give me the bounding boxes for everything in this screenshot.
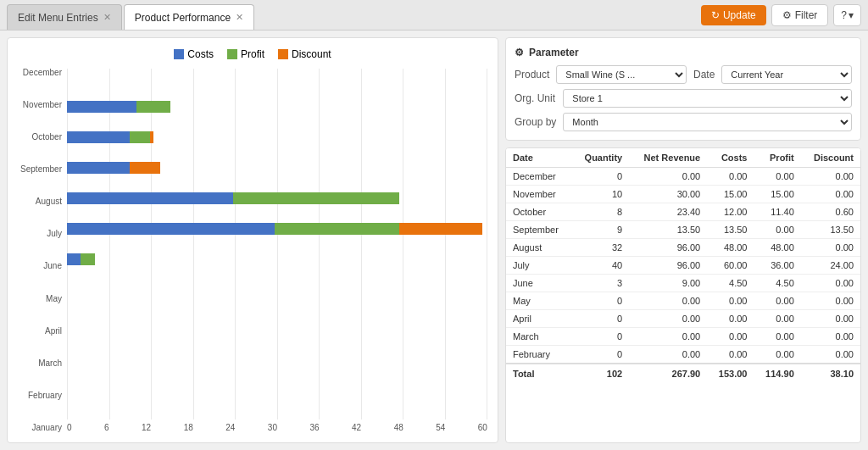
bar-row xyxy=(67,313,487,328)
y-label: March xyxy=(18,359,62,368)
bar-row xyxy=(67,130,487,145)
help-button[interactable]: ? ▾ xyxy=(833,4,861,26)
x-label: 42 xyxy=(352,423,361,432)
table-row: July4096.0060.0036.0024.00 xyxy=(506,257,860,275)
chart-area: DecemberNovemberOctoberSeptemberAugustJu… xyxy=(18,69,487,432)
bar-row xyxy=(67,191,487,206)
table-cell-revenue: 0.00 xyxy=(629,346,707,364)
table-cell-revenue: 96.00 xyxy=(629,239,707,257)
table-panel: Date Quantity Net Revenue Costs Profit D… xyxy=(505,147,861,443)
table-row: February00.000.000.000.00 xyxy=(506,346,860,364)
table-total-row: Total102267.90153.00114.9038.10 xyxy=(506,364,860,383)
grid-line xyxy=(67,69,68,419)
bar-row xyxy=(67,221,487,236)
y-label: May xyxy=(18,295,62,303)
grid-line xyxy=(403,69,403,419)
product-select[interactable]: Small Wine (S ... xyxy=(556,65,687,84)
bar-seg-profit xyxy=(136,101,171,113)
table-total-cell-4: 114.90 xyxy=(754,364,800,383)
table-cell-discount: 0.00 xyxy=(801,275,860,292)
table-cell-discount: 0.00 xyxy=(801,346,860,364)
table-cell-date: September xyxy=(506,221,572,239)
param-row2: Org. Unit Store 1 Group by Month xyxy=(515,89,852,131)
tab-bar: Edit Menu Entries ✕ Product Performance … xyxy=(0,0,868,31)
grid-line xyxy=(361,69,362,419)
tab-product-performance-label: Product Performance xyxy=(135,12,231,24)
x-label: 30 xyxy=(268,423,277,432)
table-cell-date: December xyxy=(506,168,572,186)
tab-product-performance[interactable]: Product Performance ✕ xyxy=(124,4,254,30)
y-label: August xyxy=(18,197,62,206)
table-total-cell-0: Total xyxy=(506,364,572,383)
x-label: 60 xyxy=(478,423,487,432)
table-cell-profit: 0.00 xyxy=(754,292,800,310)
bar-seg-costs xyxy=(67,162,130,174)
table-cell-costs: 12.00 xyxy=(707,203,754,221)
update-button[interactable]: ↻ Update xyxy=(701,5,766,25)
table-cell-profit: 0.00 xyxy=(754,346,800,364)
col-quantity: Quantity xyxy=(572,148,629,168)
tab-product-performance-close[interactable]: ✕ xyxy=(236,12,243,23)
table-cell-profit: 0.00 xyxy=(754,168,800,186)
costs-color-dot xyxy=(174,49,184,59)
table-cell-profit: 0.00 xyxy=(754,310,800,328)
discount-color-dot xyxy=(278,49,288,59)
bar-seg-profit xyxy=(81,253,94,265)
x-label: 54 xyxy=(436,423,445,432)
bar-segments xyxy=(67,253,95,265)
y-label: January xyxy=(18,424,62,432)
table-total-cell-2: 267.90 xyxy=(629,364,707,383)
orgunit-select[interactable]: Store 1 xyxy=(563,89,852,108)
table-cell-qty: 32 xyxy=(572,239,629,257)
groupby-select[interactable]: Month xyxy=(563,113,852,131)
col-date: Date xyxy=(506,148,572,168)
bar-row xyxy=(67,282,487,297)
y-label: September xyxy=(18,165,62,174)
table-cell-profit: 36.00 xyxy=(754,257,800,275)
table-cell-date: March xyxy=(506,328,572,346)
table-cell-date: November xyxy=(506,186,572,203)
table-cell-costs: 48.00 xyxy=(707,239,754,257)
tab-edit-menu[interactable]: Edit Menu Entries ✕ xyxy=(7,4,122,30)
help-label: ? xyxy=(841,9,847,21)
bar-segments xyxy=(67,223,482,235)
bar-row xyxy=(67,69,487,84)
table-cell-discount: 0.00 xyxy=(801,168,860,186)
table-cell-qty: 0 xyxy=(572,328,629,346)
table-cell-qty: 8 xyxy=(572,203,629,221)
table-cell-discount: 24.00 xyxy=(801,257,860,275)
bar-row xyxy=(67,252,487,267)
y-label: February xyxy=(18,392,62,400)
table-cell-date: June xyxy=(506,275,572,292)
bar-segments xyxy=(67,101,170,113)
table-cell-qty: 3 xyxy=(572,275,629,292)
table-cell-qty: 10 xyxy=(572,186,629,203)
filter-button[interactable]: ⚙ Filter xyxy=(771,4,829,26)
chevron-down-icon: ▾ xyxy=(849,9,854,21)
col-net-revenue: Net Revenue xyxy=(629,148,707,168)
table-scroll[interactable]: Date Quantity Net Revenue Costs Profit D… xyxy=(506,148,860,442)
table-cell-qty: 40 xyxy=(572,257,629,275)
groupby-label: Group by xyxy=(515,116,556,128)
table-row: December00.000.000.000.00 xyxy=(506,168,860,186)
table-cell-revenue: 9.00 xyxy=(629,275,707,292)
data-table: Date Quantity Net Revenue Costs Profit D… xyxy=(506,148,860,383)
tab-edit-menu-close[interactable]: ✕ xyxy=(103,12,111,23)
param-title-text: Parameter xyxy=(529,47,579,58)
table-cell-discount: 0.00 xyxy=(801,310,860,328)
bar-seg-profit xyxy=(233,192,399,204)
y-label: December xyxy=(18,69,62,77)
grid-line xyxy=(319,69,320,419)
table-row: October823.4012.0011.400.60 xyxy=(506,203,860,221)
bar-segments xyxy=(67,192,399,204)
bar-seg-discount xyxy=(399,223,482,235)
table-cell-discount: 0.00 xyxy=(801,239,860,257)
table-cell-profit: 0.00 xyxy=(754,328,800,346)
date-select[interactable]: Current Year xyxy=(721,65,852,84)
table-cell-costs: 15.00 xyxy=(707,186,754,203)
table-cell-qty: 9 xyxy=(572,221,629,239)
table-cell-revenue: 0.00 xyxy=(629,168,707,186)
bar-row xyxy=(67,343,487,358)
legend-profit: Profit xyxy=(227,48,264,60)
table-cell-profit: 0.00 xyxy=(754,221,800,239)
